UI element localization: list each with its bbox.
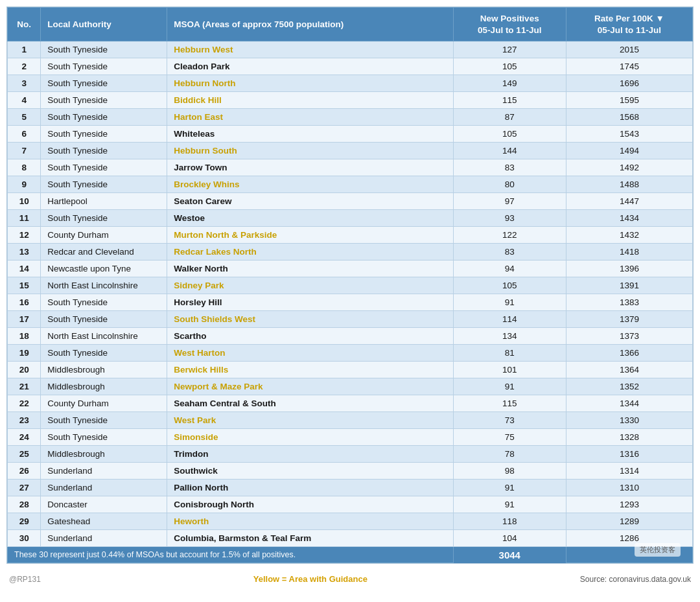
row-rate: 1595 [566,92,692,109]
row-local-authority: South Tyneside [41,41,167,58]
row-local-authority: North East Lincolnshire [41,328,167,345]
row-local-authority: South Tyneside [41,143,167,159]
row-local-authority: South Tyneside [41,311,167,328]
row-local-authority: South Tyneside [41,345,167,362]
row-number: 16 [8,294,41,311]
row-msoa: Walker North [167,260,453,277]
table-row: 8South TynesideJarrow Town831492 [8,159,693,176]
row-number: 4 [8,92,41,109]
table-row: 12County DurhamMurton North & Parkside12… [8,227,693,244]
row-msoa: Westoe [167,210,453,227]
row-number: 8 [8,159,41,176]
row-local-authority: South Tyneside [41,126,167,143]
row-msoa: Berwick Hills [167,362,453,378]
table-row: 24South TynesideSimonside751328 [8,429,693,446]
row-local-authority: South Tyneside [41,176,167,193]
row-positives: 83 [453,244,566,260]
row-positives: 83 [453,159,566,176]
table-row: 11South TynesideWestoe931434 [8,210,693,227]
row-number: 25 [8,446,41,463]
row-number: 6 [8,126,41,143]
row-rate: 2015 [566,41,692,58]
row-rate: 1293 [566,496,692,513]
row-msoa: Sidney Park [167,277,453,294]
row-positives: 91 [453,378,566,395]
row-positives: 115 [453,92,566,109]
row-positives: 80 [453,176,566,193]
row-msoa: South Shields West [167,311,453,328]
table-row: 7South TynesideHebburn South1441494 [8,143,693,159]
row-msoa: West Harton [167,345,453,362]
row-local-authority: Newcastle upon Tyne [41,260,167,277]
row-number: 19 [8,345,41,362]
row-positives: 91 [453,294,566,311]
row-number: 17 [8,311,41,328]
row-number: 27 [8,480,41,496]
row-positives: 93 [453,210,566,227]
row-number: 28 [8,496,41,513]
row-positives: 81 [453,345,566,362]
row-positives: 78 [453,446,566,463]
row-rate: 1745 [566,58,692,75]
row-number: 21 [8,378,41,395]
row-msoa: Harton East [167,109,453,126]
row-msoa: Pallion North [167,480,453,496]
row-local-authority: Middlesbrough [41,362,167,378]
row-number: 29 [8,513,41,530]
row-number: 7 [8,143,41,159]
row-local-authority: South Tyneside [41,429,167,446]
table-row: 20MiddlesbroughBerwick Hills1011364 [8,362,693,378]
row-local-authority: Sunderland [41,463,167,480]
row-number: 18 [8,328,41,345]
table-row: 28DoncasterConisbrough North911293 [8,496,693,513]
row-rate: 1383 [566,294,692,311]
row-rate: 1352 [566,378,692,395]
row-rate: 1328 [566,429,692,446]
row-local-authority: Hartlepool [41,193,167,210]
col-la-header: Local Authority [41,8,167,41]
row-msoa: Cleadon Park [167,58,453,75]
row-msoa: Columbia, Barmston & Teal Farm [167,530,453,547]
row-positives: 122 [453,227,566,244]
row-local-authority: South Tyneside [41,92,167,109]
row-msoa: Newport & Maze Park [167,378,453,395]
row-rate: 1344 [566,395,692,412]
row-positives: 144 [453,143,566,159]
row-positives: 134 [453,328,566,345]
row-rate: 1568 [566,109,692,126]
table-row: 16South TynesideHorsley Hill911383 [8,294,693,311]
row-msoa: Seaton Carew [167,193,453,210]
row-local-authority: Middlesbrough [41,446,167,463]
table-row: 22County DurhamSeaham Central & South115… [8,395,693,412]
row-msoa: Heworth [167,513,453,530]
row-rate: 1434 [566,210,692,227]
row-msoa: Hebburn North [167,75,453,92]
table-row: 18North East LincolnshireScartho1341373 [8,328,693,345]
twitter-handle: @RP131 [9,575,41,584]
row-rate: 1330 [566,412,692,429]
row-msoa: Hebburn West [167,41,453,58]
row-rate: 1396 [566,260,692,277]
row-number: 26 [8,463,41,480]
row-local-authority: South Tyneside [41,294,167,311]
table-row: 5South TynesideHarton East871568 [8,109,693,126]
row-msoa: Hebburn South [167,143,453,159]
row-rate: 1379 [566,311,692,328]
row-local-authority: County Durham [41,395,167,412]
row-number: 5 [8,109,41,126]
row-rate: 1447 [566,193,692,210]
row-local-authority: Doncaster [41,496,167,513]
table-row: 25MiddlesbroughTrimdon781316 [8,446,693,463]
table-row: 10HartlepoolSeaton Carew971447 [8,193,693,210]
row-positives: 87 [453,109,566,126]
row-positives: 101 [453,362,566,378]
row-rate: 1373 [566,328,692,345]
table-row: 15North East LincolnshireSidney Park1051… [8,277,693,294]
table-row: 9South TynesideBrockley Whins801488 [8,176,693,193]
row-rate: 1543 [566,126,692,143]
table-row: 3South TynesideHebburn North1491696 [8,75,693,92]
row-positives: 94 [453,260,566,277]
row-positives: 105 [453,126,566,143]
row-msoa: Simonside [167,429,453,446]
row-rate: 1391 [566,277,692,294]
